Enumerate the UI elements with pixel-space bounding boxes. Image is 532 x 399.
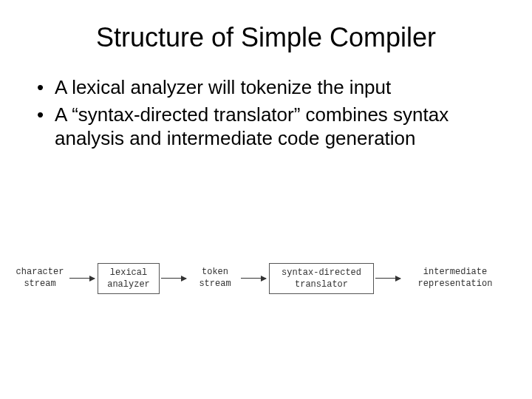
slide: Structure of Simple Compiler A lexical a… xyxy=(0,0,532,399)
bullet-item: A “syntax-directed translator” combines … xyxy=(37,103,502,151)
arrow-icon xyxy=(161,278,186,279)
arrow-icon xyxy=(375,278,400,279)
label-intermediate-representation: intermediate representation xyxy=(403,266,507,290)
slide-title: Structure of Simple Compiler xyxy=(30,22,502,53)
label-character-stream: character stream xyxy=(10,266,69,290)
label-token-stream: token stream xyxy=(189,266,241,290)
arrow-icon xyxy=(241,278,266,279)
box-lexical-analyzer: lexical analyzer xyxy=(98,263,160,294)
bullet-item: A lexical analyzer will tokenize the inp… xyxy=(37,75,502,100)
compiler-diagram: character stream lexical analyzer token … xyxy=(0,251,532,340)
arrow-icon xyxy=(69,278,95,279)
box-syntax-directed-translator: syntax-directed translator xyxy=(269,263,374,294)
bullet-list: A lexical analyzer will tokenize the inp… xyxy=(30,75,502,151)
